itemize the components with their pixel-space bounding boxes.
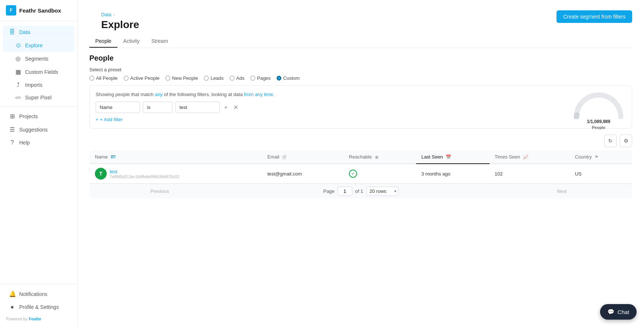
add-filter-button[interactable]: + + Add filter (96, 117, 123, 122)
filter-any-link[interactable]: any (155, 92, 162, 97)
rows-per-page-wrap: 20 rows 50 rows 100 rows (366, 187, 398, 196)
people-section-title: People (89, 54, 632, 62)
name-cell-container: T test 7a8fd5d212ec1b98afe998d3b8433c02 (95, 168, 257, 180)
sidebar-imports-label: Imports (25, 82, 42, 88)
person-times-seen: 102 (495, 171, 503, 177)
sidebar-data-label: Data (19, 29, 30, 35)
table-header: Name 🪪 Email @ Reachable ◉ Last Seen 📅 T… (90, 150, 632, 164)
chat-button[interactable]: 💬 Chat (600, 304, 637, 320)
sidebar-powered-brand: Feathr (29, 317, 41, 321)
sidebar-item-super-pixel[interactable]: </> Super Pixel (3, 92, 74, 103)
col-country: Country ⚑ (570, 150, 632, 164)
reachable-col-icon: ◉ (375, 154, 378, 160)
sidebar-custom-fields-label: Custom Fields (25, 69, 58, 75)
chat-label: Chat (617, 309, 629, 315)
preset-ads[interactable]: Ads (230, 75, 244, 81)
sidebar-section-data: 🗄 Data ⊙ Explore ◎ Segments ▦ Custom Fie… (0, 26, 77, 103)
preset-custom[interactable]: Custom (277, 75, 300, 81)
person-email: test@gmail.com (267, 171, 302, 177)
col-name: Name 🪪 (90, 150, 262, 164)
breadcrumb-data[interactable]: Data (101, 12, 111, 17)
page-of-label: of 1 (355, 188, 363, 194)
sidebar-item-projects[interactable]: ⊞ Projects (3, 110, 74, 123)
tab-people[interactable]: People (89, 35, 117, 48)
header-left: Data › Explore (89, 6, 151, 31)
filter-box: Showing people that match any of the fol… (89, 85, 632, 129)
sidebar-item-suggestions[interactable]: ☰ Suggestions (3, 123, 74, 136)
table-controls: ↻ ⚙ (89, 134, 632, 147)
settings-button[interactable]: ⚙ (620, 134, 632, 147)
sidebar-item-custom-fields[interactable]: ▦ Custom Fields (3, 65, 74, 78)
name-info: test 7a8fd5d212ec1b98afe998d3b8433c02 (110, 169, 179, 179)
cell-email: test@gmail.com (262, 164, 344, 184)
sidebar-item-segments[interactable]: ◎ Segments (3, 52, 74, 65)
person-name-link[interactable]: test (110, 169, 117, 174)
times-seen-col-icon: 📈 (523, 154, 528, 160)
breadcrumb-separator: › (113, 12, 115, 17)
filter-operator-input[interactable] (143, 102, 172, 113)
sidebar-item-imports[interactable]: ⤴ Imports (3, 79, 74, 91)
preset-pages[interactable]: Pages (250, 75, 271, 81)
logo-text: Feathr Sandbox (19, 7, 61, 14)
page-input[interactable] (338, 187, 352, 196)
table-row: T test 7a8fd5d212ec1b98afe998d3b8433c02 … (90, 164, 632, 184)
reachable-check-icon: ✓ (349, 170, 357, 178)
preset-new-people[interactable]: New People (165, 75, 198, 81)
filter-add-condition-button[interactable]: + (223, 103, 229, 112)
tabs-bar: People Activity Stream (78, 31, 644, 48)
gauge-value: 1/1,089,989 People (587, 119, 610, 130)
sidebar-item-explore[interactable]: ⊙ Explore (3, 39, 74, 52)
next-button[interactable]: Next (492, 184, 632, 198)
filter-field-input[interactable] (96, 102, 140, 113)
notifications-icon: 🔔 (9, 290, 16, 297)
sidebar-suggestions-label: Suggestions (19, 127, 48, 133)
tab-activity[interactable]: Activity (117, 35, 145, 48)
filter-time-link[interactable]: from any time (244, 92, 273, 97)
preset-all-people[interactable]: All People (89, 75, 118, 81)
preset-active-people[interactable]: Active People (124, 75, 160, 81)
add-filter-plus-icon: + (96, 117, 99, 122)
explore-icon: ⊙ (15, 42, 21, 49)
filter-description: Showing people that match any of the fol… (96, 92, 626, 97)
preset-label: Select a preset (89, 67, 632, 72)
last-seen-col-icon: 📅 (446, 154, 451, 160)
cell-name: T test 7a8fd5d212ec1b98afe998d3b8433c02 (90, 164, 262, 184)
sidebar-profile-label: Profile & Settings (19, 304, 59, 310)
sidebar-super-pixel-label: Super Pixel (25, 95, 52, 101)
main-content: Data › Explore Create segment from filte… (78, 0, 644, 327)
refresh-button[interactable]: ↻ (604, 134, 617, 147)
database-icon: 🗄 (9, 29, 16, 35)
segments-icon: ◎ (15, 55, 21, 62)
sidebar-explore-label: Explore (25, 42, 42, 48)
sidebar-item-notifications[interactable]: 🔔 Notifications (3, 287, 74, 300)
header-area: Data › Explore Create segment from filte… (78, 0, 644, 31)
create-segment-button[interactable]: Create segment from filters (556, 10, 632, 23)
tab-stream[interactable]: Stream (145, 35, 174, 48)
sidebar-item-profile[interactable]: ● Profile & Settings (3, 301, 74, 313)
person-id: 7a8fd5d212ec1b98afe998d3b8433c02 (110, 174, 179, 179)
preset-leads[interactable]: Leads (204, 75, 223, 81)
person-last-seen: 3 months ago (421, 171, 451, 177)
suggestions-icon: ☰ (9, 126, 16, 133)
chat-icon: 💬 (607, 309, 614, 315)
sidebar-divider-1 (0, 106, 77, 107)
cell-country: US (570, 164, 632, 184)
sidebar-help-label: Help (19, 140, 30, 146)
sidebar-bottom: 🔔 Notifications ● Profile & Settings Pow… (0, 284, 77, 327)
col-last-seen[interactable]: Last Seen 📅 (416, 150, 490, 164)
filter-row-1: + ✕ (96, 102, 626, 113)
rows-per-page-select[interactable]: 20 rows 50 rows 100 rows (366, 187, 398, 196)
page-label: Page (323, 188, 334, 194)
sidebar-notifications-label: Notifications (19, 291, 47, 297)
sidebar-item-data[interactable]: 🗄 Data (3, 26, 74, 38)
previous-button[interactable]: Previous (90, 184, 230, 198)
sidebar-item-help[interactable]: ? Help (3, 136, 74, 149)
page-title: Explore (89, 17, 151, 31)
imports-icon: ⤴ (15, 82, 21, 88)
sidebar-logo[interactable]: F Feathr Sandbox (0, 0, 77, 21)
filter-value-input[interactable] (175, 102, 220, 113)
name-col-icon: 🪪 (110, 154, 116, 160)
col-reachable: Reachable ◉ (344, 150, 416, 164)
custom-fields-icon: ▦ (15, 68, 21, 75)
filter-remove-button[interactable]: ✕ (232, 103, 240, 112)
